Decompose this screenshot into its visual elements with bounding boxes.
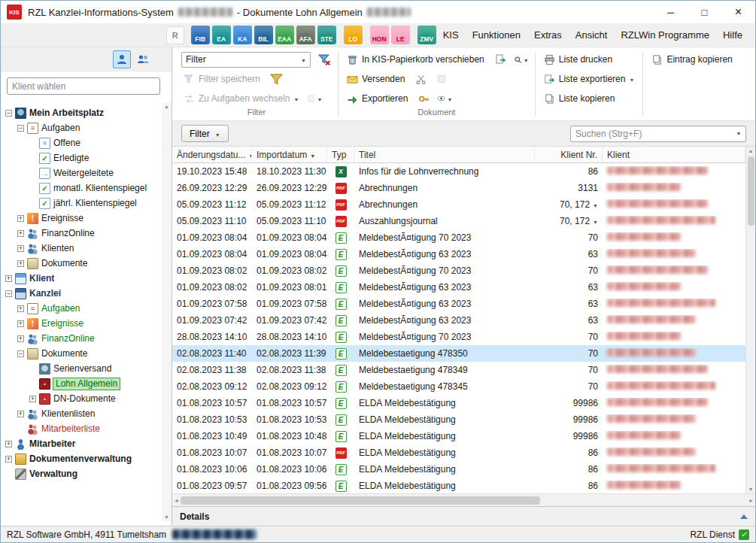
tree-item[interactable]: monatl. Klientenspiegel — [1, 180, 161, 196]
export-document-button[interactable]: Exportieren — [345, 93, 410, 105]
close-button[interactable]: × — [721, 1, 755, 23]
key-icon[interactable] — [416, 91, 431, 106]
program-badge-bil[interactable]: BIL — [254, 26, 273, 44]
program-badge-fib[interactable]: FIB — [191, 26, 210, 44]
column-header[interactable]: Importdatum — [252, 147, 327, 162]
tree-item[interactable]: Aufgaben — [1, 301, 161, 316]
sort-descending-icon[interactable] — [310, 150, 315, 160]
vertical-scrollbar[interactable]: ▲ ▼ — [745, 147, 755, 493]
tree-item[interactable]: Klienten — [1, 241, 161, 256]
table-row[interactable]: 26.09.2023 12:29 26.09.2023 12:29 Abrech… — [172, 180, 745, 196]
tree-item[interactable]: Ereignisse — [1, 316, 161, 331]
preview-options-icon[interactable] — [514, 52, 529, 67]
program-badge-lo[interactable]: LO — [344, 26, 363, 44]
program-badge-hon[interactable]: HON — [370, 26, 389, 44]
program-badge-zmv[interactable]: ZMV — [417, 26, 436, 44]
filter-combobox[interactable]: Filter — [181, 52, 311, 68]
tree-item[interactable]: Kanzlei — [1, 286, 161, 301]
move-to-recycle-bin-button[interactable]: In KIS-Papierkorb verschieben — [345, 53, 487, 66]
scroll-up-icon[interactable]: ▲ — [164, 102, 169, 111]
client-nr-dropdown-icon[interactable] — [593, 199, 598, 210]
table-row[interactable]: 01.08.2023 10:53 01.08.2023 10:53 ELDA M… — [172, 411, 745, 428]
tree-expander-icon[interactable] — [17, 245, 24, 252]
table-row[interactable]: 05.09.2023 11:10 05.09.2023 11:10 Auszah… — [172, 213, 745, 229]
program-badge-ea[interactable]: EA — [212, 26, 231, 44]
print-list-button[interactable]: Liste drucken — [542, 53, 615, 66]
stamp-icon[interactable] — [434, 71, 449, 86]
details-panel-header[interactable]: Details — [172, 506, 755, 526]
tree-item[interactable]: Lohn Allgemein — [1, 376, 161, 391]
scroll-left-icon[interactable]: ◄ — [174, 496, 179, 505]
tree-expander-icon[interactable] — [17, 305, 24, 312]
scroll-down-icon[interactable]: ▼ — [164, 513, 169, 521]
menu-item[interactable]: Extras — [527, 29, 569, 41]
send-document-icon[interactable] — [493, 52, 508, 67]
switch-to-tasks-button[interactable]: Zu Aufgaben wechseln — [181, 93, 301, 105]
paste-options-icon[interactable] — [307, 91, 322, 106]
edit-filter-icon[interactable] — [269, 71, 284, 86]
scroll-right-icon[interactable]: ► — [748, 496, 754, 505]
tree-expander-icon[interactable] — [5, 456, 12, 463]
clear-filter-icon[interactable] — [317, 52, 332, 67]
table-row[interactable]: 01.08.2023 09:57 01.08.2023 09:56 ELDA M… — [172, 478, 745, 493]
menu-item[interactable]: KIS — [436, 29, 466, 41]
menu-item[interactable]: Ansicht — [569, 29, 615, 41]
tree-item[interactable]: Klient — [1, 271, 161, 286]
single-person-view-button[interactable] — [113, 50, 131, 68]
tree-expander-icon[interactable] — [17, 125, 24, 132]
tree-item[interactable]: Offene — [1, 135, 161, 150]
copy-entry-button[interactable]: Eintrag kopieren — [649, 53, 734, 66]
scrollbar-thumb[interactable] — [748, 156, 754, 226]
table-row[interactable]: 28.08.2023 14:10 28.08.2023 14:10 Meldeb… — [172, 329, 745, 345]
tree-item[interactable]: Erledigte — [1, 150, 161, 165]
tree-item[interactable]: Weitergeleitete — [1, 165, 161, 180]
program-badge-afa[interactable]: AFA — [296, 26, 315, 44]
table-row[interactable]: 01.09.2023 07:42 01.09.2023 07:42 Meldeb… — [172, 312, 745, 329]
table-row[interactable]: 01.08.2023 10:57 01.08.2023 10:57 ELDA M… — [172, 395, 745, 411]
tree-item[interactable]: FinanzOnline — [1, 331, 161, 346]
tree-expander-icon[interactable] — [17, 230, 24, 237]
tree-expander-icon[interactable] — [5, 441, 12, 447]
column-header[interactable]: Klient — [603, 147, 745, 162]
minimize-button[interactable]: ─ — [654, 1, 688, 23]
filter-dropdown-button[interactable]: Filter — [181, 125, 229, 142]
program-badge-le[interactable]: LE — [391, 26, 410, 44]
maximize-button[interactable]: □ — [688, 1, 721, 23]
rzl-r-badge[interactable]: R — [166, 26, 184, 44]
tree-expander-icon[interactable] — [5, 290, 12, 297]
table-row[interactable]: 19.10.2023 15:48 18.10.2023 11:30 Infos … — [172, 163, 745, 180]
table-row[interactable]: 02.08.2023 11:38 02.08.2023 11:38 Meldeb… — [172, 362, 745, 378]
tree-expander-icon[interactable] — [17, 411, 24, 417]
save-filter-button[interactable]: Filter speichern — [181, 73, 263, 86]
tree-expander-icon[interactable] — [5, 275, 12, 282]
tree-scrollbar[interactable]: ▲ ▼ — [162, 102, 172, 521]
menu-item[interactable]: Hilfe — [716, 29, 749, 41]
tree-item[interactable]: Dokumente — [1, 346, 161, 361]
horizontal-scrollbar[interactable]: ◄ ► — [172, 493, 755, 506]
tree-item[interactable]: Aufgaben — [1, 120, 161, 135]
program-badge-ka[interactable]: KA — [233, 26, 252, 44]
tree-item[interactable]: Dokumente — [1, 256, 161, 271]
table-row[interactable]: 01.09.2023 08:02 01.09.2023 08:02 Meldeb… — [172, 262, 745, 279]
table-row[interactable]: 05.09.2023 11:12 05.09.2023 11:12 Abrech… — [172, 196, 745, 213]
table-row[interactable]: 01.09.2023 08:02 01.09.2023 08:01 Meldeb… — [172, 279, 745, 296]
table-row[interactable]: 01.09.2023 08:04 01.09.2023 08:04 Meldeb… — [172, 246, 745, 262]
tree-item[interactable]: FinanzOnline — [1, 226, 161, 241]
export-list-button[interactable]: Liste exportieren — [542, 73, 637, 86]
tree-expander-icon[interactable] — [17, 335, 24, 342]
scroll-down-icon[interactable]: ▼ — [748, 485, 754, 493]
table-row[interactable]: 02.08.2023 09:12 02.08.2023 09:12 Meldeb… — [172, 378, 745, 395]
tree-expander-icon[interactable] — [17, 260, 24, 267]
table-row[interactable]: 02.08.2023 11:40 02.08.2023 11:39 Meldeb… — [172, 345, 745, 362]
tree-item[interactable]: Mein Arbeitsplatz — [1, 105, 161, 120]
tree-item[interactable]: jährl. Klientenspiegel — [1, 196, 161, 211]
send-button[interactable]: Versenden — [345, 73, 407, 86]
tree-expander-icon[interactable] — [29, 396, 36, 402]
table-row[interactable]: 01.08.2023 10:49 01.08.2023 10:48 ELDA M… — [172, 428, 745, 444]
tree-item[interactable]: Mitarbeiterliste — [1, 421, 161, 436]
tree-expander-icon[interactable] — [17, 350, 24, 357]
people-view-button[interactable] — [134, 50, 152, 68]
tree-item[interactable]: Verwaltung — [1, 466, 161, 481]
tree-expander-icon[interactable] — [17, 215, 24, 222]
tree-item[interactable]: Ereignisse — [1, 211, 161, 226]
